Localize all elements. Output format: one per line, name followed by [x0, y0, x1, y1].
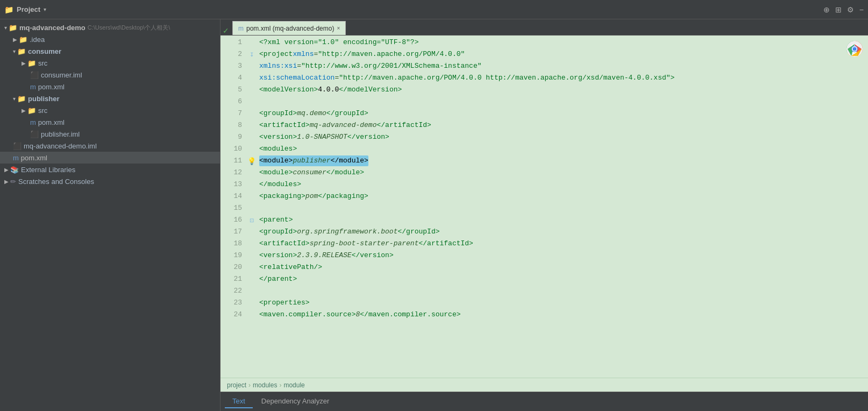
code-line-6: [259, 96, 864, 108]
editor-content: 1 2 3 4 5 6 7 8 9 10 11 12 13 14 15 16 1…: [220, 36, 868, 378]
code-line-22: [259, 285, 864, 297]
ln-14: 14: [225, 190, 242, 202]
layout-icon[interactable]: ⊞: [835, 5, 842, 14]
ln-7: 7: [225, 108, 242, 119]
sidebar-item-consumer-iml[interactable]: ⬛ consumer.iml: [0, 69, 220, 81]
tab-file-icon: m: [238, 25, 244, 32]
tab-dependency-analyzer[interactable]: Dependency Analyzer: [254, 395, 337, 408]
ln-10: 10: [225, 143, 242, 155]
xml-icon-consumer-pom: m: [30, 83, 36, 91]
ln-13: 13: [225, 179, 242, 190]
code-line-12: <module>consumer</module>: [259, 167, 864, 179]
code-line-10: <modules>: [259, 143, 864, 155]
project-folder-icon: 📁: [4, 5, 13, 14]
tab-text[interactable]: Text: [225, 395, 253, 408]
ln-15: 15: [225, 202, 242, 214]
gutter: ↧ 💡 ⊡: [246, 36, 257, 378]
ln-12: 12: [225, 167, 242, 179]
sidebar-label-consumer-iml: consumer.iml: [41, 71, 82, 79]
sidebar-label-mq: mq-advanced-demo: [19, 24, 86, 32]
ext-libraries-icon: 📚: [10, 166, 19, 174]
chrome-icon[interactable]: [846, 41, 863, 57]
sidebar-item-publisher-iml[interactable]: ⬛ publisher.iml: [0, 128, 220, 140]
sidebar-item-idea[interactable]: ▶ 📁 .idea: [0, 33, 220, 45]
sidebar-item-ext-libraries[interactable]: ▶ 📚 External Libraries: [0, 164, 220, 175]
folder-icon-consumer-src: 📁: [27, 59, 36, 67]
tab-bar: ✓ m pom.xml (mq-advanced-demo) ×: [220, 19, 868, 36]
code-line-21: </parent>: [259, 273, 864, 285]
code-line-16: <parent>: [259, 214, 864, 226]
sidebar-label-consumer-src: src: [38, 59, 47, 67]
code-line-14: <packaging>pom</packaging>: [259, 190, 864, 202]
breadcrumb-item-project[interactable]: project: [227, 381, 246, 389]
code-line-4: xsi:schemaLocation="http://maven.apache.…: [259, 72, 864, 84]
code-line-8: <artifactId>mq-advanced-demo</artifactId…: [259, 119, 864, 131]
tab-dependency-label: Dependency Analyzer: [261, 397, 329, 405]
sidebar-path: C:\Users\wd\Desktop\个人相关\: [88, 24, 170, 32]
code-line-2: <project xmlns="http://maven.apache.org/…: [259, 48, 864, 60]
iml-icon-publisher: ⬛: [30, 130, 39, 138]
sidebar-label-consumer-pom: pom.xml: [38, 83, 65, 91]
project-dropdown-arrow[interactable]: ▾: [44, 6, 46, 12]
ln-20: 20: [225, 261, 242, 273]
ln-2: 2: [225, 48, 242, 60]
ln-22: 22: [225, 285, 242, 297]
folder-icon-idea: 📁: [19, 36, 27, 44]
tab-pom-xml[interactable]: m pom.xml (mq-advanced-demo) ×: [232, 21, 346, 35]
xml-icon-root-pom: m: [13, 154, 19, 162]
code-line-23: <properties>: [259, 297, 864, 309]
ln-17: 17: [225, 226, 242, 238]
scratches-icon: ✏: [10, 178, 16, 186]
code-line-15: [259, 202, 864, 214]
sidebar-label-ext: External Libraries: [21, 166, 75, 174]
expand-arrow: ▾: [4, 25, 7, 31]
ln-11: 11: [225, 155, 242, 167]
svg-point-4: [853, 47, 857, 51]
top-bar-actions: ⊕ ⊞ ⚙ −: [823, 5, 864, 14]
settings-icon[interactable]: ⚙: [847, 5, 854, 14]
iml-icon: ⬛: [30, 71, 39, 79]
expand-arrow-scratches: ▶: [4, 179, 9, 185]
ln-23: 23: [225, 297, 242, 309]
sidebar-item-publisher[interactable]: ▾ 📁 publisher: [0, 93, 220, 104]
bottom-tab-bar: Text Dependency Analyzer: [220, 392, 868, 411]
add-content-icon[interactable]: ⊕: [823, 5, 830, 14]
sidebar-label-publisher: publisher: [28, 95, 60, 103]
folder-icon-publisher: 📁: [17, 95, 26, 103]
green-checkmark: ✓: [223, 26, 229, 35]
sidebar-item-mq-iml[interactable]: ⬛ mq-advanced-demo.iml: [0, 140, 220, 152]
line-numbers: 1 2 3 4 5 6 7 8 9 10 11 12 13 14 15 16 1…: [220, 36, 246, 378]
sidebar-label-idea: .idea: [30, 36, 45, 44]
code-line-5: <modelVersion>4.0.0</modelVersion>: [259, 84, 864, 96]
sidebar-item-root-pom[interactable]: m pom.xml: [0, 152, 220, 164]
bulb-icon[interactable]: 💡: [246, 155, 257, 167]
sidebar-item-mq-advanced-demo[interactable]: ▾ 📁 mq-advanced-demo C:\Users\wd\Desktop…: [0, 22, 220, 33]
ln-8: 8: [225, 119, 242, 131]
ln-6: 6: [225, 96, 242, 108]
code-line-7: <groupId>mq.demo</groupId>: [259, 108, 864, 119]
tab-label: pom.xml (mq-advanced-demo): [246, 25, 334, 32]
ln-19: 19: [225, 250, 242, 261]
sidebar-item-publisher-src[interactable]: ▶ 📁 src: [0, 104, 220, 116]
minimize-icon[interactable]: −: [859, 5, 864, 14]
ln-1: 1: [225, 37, 242, 48]
breadcrumb-item-module[interactable]: module: [283, 381, 304, 389]
ln-21: 21: [225, 273, 242, 285]
sidebar: ▾ 📁 mq-advanced-demo C:\Users\wd\Desktop…: [0, 19, 220, 411]
sidebar-label-root-pom: pom.xml: [21, 154, 47, 162]
expand-arrow-publisher-src: ▶: [22, 108, 26, 114]
tab-close-btn[interactable]: ×: [337, 25, 340, 31]
folder-icon: 📁: [9, 24, 17, 32]
code-line-11: <module>publisher</module>: [259, 155, 864, 167]
sidebar-item-publisher-pom[interactable]: m pom.xml: [0, 116, 220, 128]
sidebar-item-consumer[interactable]: ▾ 📁 consumer: [0, 45, 220, 57]
code-editor[interactable]: <?xml version="1.0" encoding="UTF-8"?> <…: [257, 36, 868, 378]
sidebar-item-consumer-pom[interactable]: m pom.xml: [0, 81, 220, 93]
sidebar-label-publisher-iml: publisher.iml: [41, 130, 80, 138]
breadcrumb-item-modules[interactable]: modules: [253, 381, 277, 389]
sidebar-item-consumer-src[interactable]: ▶ 📁 src: [0, 57, 220, 69]
sidebar-label-mq-iml: mq-advanced-demo.iml: [24, 142, 97, 150]
sidebar-item-scratches[interactable]: ▶ ✏ Scratches and Consoles: [0, 175, 220, 187]
sidebar-label-scratches: Scratches and Consoles: [18, 178, 94, 186]
code-line-9: <version>1.0-SNAPSHOT</version>: [259, 131, 864, 143]
